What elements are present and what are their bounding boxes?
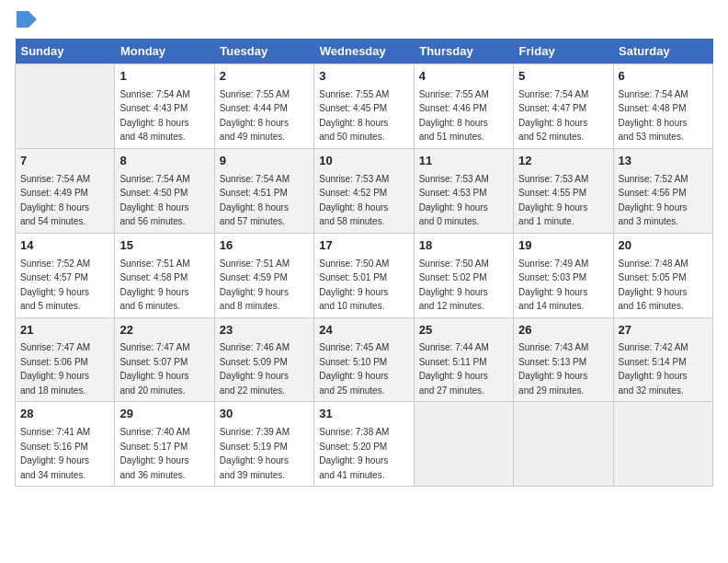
day-info: Sunrise: 7:39 AM Sunset: 5:19 PM Dayligh…	[220, 427, 290, 480]
calendar-cell: 30Sunrise: 7:39 AM Sunset: 5:19 PM Dayli…	[214, 402, 313, 487]
day-info: Sunrise: 7:41 AM Sunset: 5:16 PM Dayligh…	[20, 427, 90, 480]
day-info: Sunrise: 7:47 AM Sunset: 5:06 PM Dayligh…	[20, 342, 90, 396]
day-number: 10	[319, 153, 408, 170]
calendar-cell: 28Sunrise: 7:41 AM Sunset: 5:16 PM Dayli…	[16, 402, 115, 487]
day-number: 13	[619, 153, 708, 170]
day-info: Sunrise: 7:40 AM Sunset: 5:17 PM Dayligh…	[119, 427, 189, 480]
weekday-row: SundayMondayTuesdayWednesdayThursdayFrid…	[16, 39, 713, 64]
calendar-cell: 23Sunrise: 7:46 AM Sunset: 5:09 PM Dayli…	[214, 317, 313, 402]
calendar-week-row: 14Sunrise: 7:52 AM Sunset: 4:57 PM Dayli…	[16, 233, 713, 317]
day-info: Sunrise: 7:54 AM Sunset: 4:51 PM Dayligh…	[220, 174, 290, 227]
day-info: Sunrise: 7:44 AM Sunset: 5:11 PM Dayligh…	[419, 342, 489, 396]
day-number: 26	[518, 322, 608, 339]
weekday-header: Saturday	[613, 39, 712, 64]
day-number: 12	[518, 153, 608, 170]
calendar-cell: 25Sunrise: 7:44 AM Sunset: 5:11 PM Dayli…	[414, 317, 513, 402]
calendar-cell: 12Sunrise: 7:53 AM Sunset: 4:55 PM Dayli…	[514, 148, 613, 233]
day-number: 25	[419, 322, 508, 339]
svg-marker-0	[17, 11, 37, 28]
calendar-cell: 5Sunrise: 7:54 AM Sunset: 4:47 PM Daylig…	[514, 64, 613, 149]
calendar-cell: 15Sunrise: 7:51 AM Sunset: 4:58 PM Dayli…	[115, 233, 214, 317]
day-number: 6	[619, 68, 708, 86]
day-number: 19	[518, 237, 608, 255]
day-number: 18	[419, 237, 508, 255]
day-info: Sunrise: 7:52 AM Sunset: 4:57 PM Dayligh…	[20, 259, 90, 312]
day-info: Sunrise: 7:53 AM Sunset: 4:53 PM Dayligh…	[419, 174, 489, 227]
page-header	[15, 15, 713, 28]
day-number: 4	[419, 68, 508, 86]
day-info: Sunrise: 7:38 AM Sunset: 5:20 PM Dayligh…	[319, 427, 389, 480]
day-info: Sunrise: 7:55 AM Sunset: 4:44 PM Dayligh…	[220, 89, 290, 143]
day-info: Sunrise: 7:54 AM Sunset: 4:50 PM Dayligh…	[119, 174, 189, 227]
calendar-week-row: 21Sunrise: 7:47 AM Sunset: 5:06 PM Dayli…	[16, 317, 713, 402]
day-info: Sunrise: 7:43 AM Sunset: 5:13 PM Dayligh…	[518, 342, 588, 396]
day-number: 20	[619, 237, 708, 255]
calendar-cell: 10Sunrise: 7:53 AM Sunset: 4:52 PM Dayli…	[314, 148, 414, 233]
weekday-header: Sunday	[16, 39, 115, 64]
day-info: Sunrise: 7:52 AM Sunset: 4:56 PM Dayligh…	[619, 174, 688, 227]
calendar-cell: 20Sunrise: 7:48 AM Sunset: 5:05 PM Dayli…	[613, 233, 712, 317]
calendar-cell: 2Sunrise: 7:55 AM Sunset: 4:44 PM Daylig…	[214, 64, 313, 149]
day-info: Sunrise: 7:54 AM Sunset: 4:48 PM Dayligh…	[619, 89, 688, 143]
day-number: 1	[119, 68, 209, 86]
day-number: 28	[20, 406, 109, 423]
day-number: 16	[220, 237, 309, 255]
calendar-header: SundayMondayTuesdayWednesdayThursdayFrid…	[16, 39, 713, 64]
day-number: 27	[619, 322, 708, 339]
calendar-cell: 16Sunrise: 7:51 AM Sunset: 4:59 PM Dayli…	[214, 233, 313, 317]
day-number: 30	[220, 406, 309, 423]
calendar-cell: 14Sunrise: 7:52 AM Sunset: 4:57 PM Dayli…	[16, 233, 115, 317]
day-info: Sunrise: 7:50 AM Sunset: 5:01 PM Dayligh…	[319, 259, 389, 312]
day-number: 9	[220, 153, 309, 170]
weekday-header: Wednesday	[314, 39, 414, 64]
day-number: 11	[419, 153, 508, 170]
calendar-week-row: 7Sunrise: 7:54 AM Sunset: 4:49 PM Daylig…	[16, 148, 713, 233]
day-number: 7	[20, 153, 109, 170]
day-info: Sunrise: 7:51 AM Sunset: 4:58 PM Dayligh…	[119, 259, 189, 312]
calendar-cell: 13Sunrise: 7:52 AM Sunset: 4:56 PM Dayli…	[613, 148, 712, 233]
day-number: 3	[319, 68, 408, 86]
calendar-cell: 6Sunrise: 7:54 AM Sunset: 4:48 PM Daylig…	[613, 64, 712, 149]
calendar-cell: 7Sunrise: 7:54 AM Sunset: 4:49 PM Daylig…	[16, 148, 115, 233]
calendar-cell	[414, 402, 513, 487]
day-info: Sunrise: 7:54 AM Sunset: 4:47 PM Dayligh…	[518, 89, 588, 143]
day-number: 23	[220, 322, 309, 339]
day-info: Sunrise: 7:54 AM Sunset: 4:43 PM Dayligh…	[119, 89, 189, 143]
day-info: Sunrise: 7:49 AM Sunset: 5:03 PM Dayligh…	[518, 259, 588, 312]
calendar-cell: 21Sunrise: 7:47 AM Sunset: 5:06 PM Dayli…	[16, 317, 115, 402]
calendar-week-row: 28Sunrise: 7:41 AM Sunset: 5:16 PM Dayli…	[16, 402, 713, 487]
weekday-header: Monday	[115, 39, 214, 64]
day-info: Sunrise: 7:53 AM Sunset: 4:55 PM Dayligh…	[518, 174, 588, 227]
day-number: 5	[518, 68, 608, 86]
day-info: Sunrise: 7:51 AM Sunset: 4:59 PM Dayligh…	[220, 259, 290, 312]
logo	[15, 15, 37, 28]
calendar-cell: 18Sunrise: 7:50 AM Sunset: 5:02 PM Dayli…	[414, 233, 513, 317]
day-number: 15	[119, 237, 209, 255]
day-info: Sunrise: 7:53 AM Sunset: 4:52 PM Dayligh…	[319, 174, 389, 227]
calendar-cell	[514, 402, 613, 487]
calendar-cell: 9Sunrise: 7:54 AM Sunset: 4:51 PM Daylig…	[214, 148, 313, 233]
day-info: Sunrise: 7:46 AM Sunset: 5:09 PM Dayligh…	[220, 342, 290, 396]
calendar-cell: 29Sunrise: 7:40 AM Sunset: 5:17 PM Dayli…	[115, 402, 214, 487]
calendar-cell: 22Sunrise: 7:47 AM Sunset: 5:07 PM Dayli…	[115, 317, 214, 402]
day-number: 29	[119, 406, 209, 423]
calendar-cell: 26Sunrise: 7:43 AM Sunset: 5:13 PM Dayli…	[514, 317, 613, 402]
day-number: 2	[220, 68, 309, 86]
calendar-cell: 8Sunrise: 7:54 AM Sunset: 4:50 PM Daylig…	[115, 148, 214, 233]
day-number: 14	[20, 237, 109, 255]
day-number: 17	[319, 237, 408, 255]
calendar-cell: 1Sunrise: 7:54 AM Sunset: 4:43 PM Daylig…	[115, 64, 214, 149]
calendar-cell: 19Sunrise: 7:49 AM Sunset: 5:03 PM Dayli…	[514, 233, 613, 317]
calendar-cell: 4Sunrise: 7:55 AM Sunset: 4:46 PM Daylig…	[414, 64, 513, 149]
calendar-table: SundayMondayTuesdayWednesdayThursdayFrid…	[15, 39, 713, 487]
day-number: 22	[119, 322, 209, 339]
weekday-header: Thursday	[414, 39, 513, 64]
day-info: Sunrise: 7:48 AM Sunset: 5:05 PM Dayligh…	[619, 259, 688, 312]
day-number: 8	[119, 153, 209, 170]
day-number: 31	[319, 406, 408, 423]
calendar-cell: 31Sunrise: 7:38 AM Sunset: 5:20 PM Dayli…	[314, 402, 414, 487]
calendar-cell	[613, 402, 712, 487]
day-info: Sunrise: 7:45 AM Sunset: 5:10 PM Dayligh…	[319, 342, 389, 396]
calendar-week-row: 1Sunrise: 7:54 AM Sunset: 4:43 PM Daylig…	[16, 64, 713, 149]
calendar-body: 1Sunrise: 7:54 AM Sunset: 4:43 PM Daylig…	[16, 64, 713, 487]
